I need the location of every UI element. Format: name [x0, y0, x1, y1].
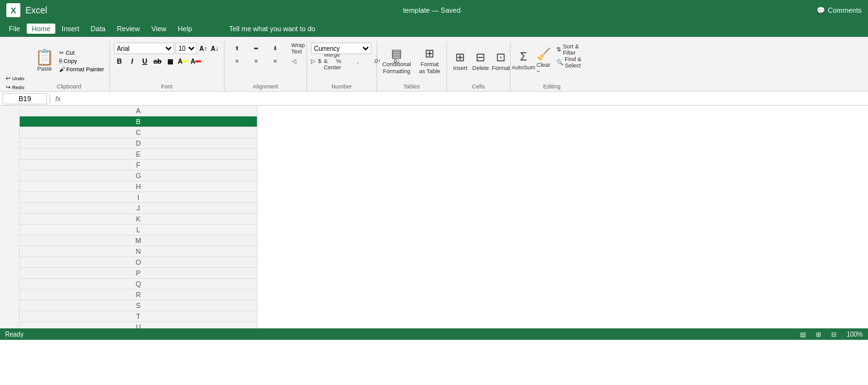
formula-bar: fx	[0, 92, 868, 106]
view-page-break[interactable]: ⊟	[831, 331, 836, 338]
format-as-table-button[interactable]: ⊞ Format as Table	[414, 44, 446, 77]
col-header-s[interactable]: S	[20, 300, 258, 311]
formula-input[interactable]	[66, 93, 865, 104]
fill-color-button[interactable]: A	[177, 55, 189, 67]
col-header-l[interactable]: L	[20, 225, 258, 235]
col-header-r[interactable]: R	[20, 290, 258, 300]
insert-button[interactable]: ⊞ Insert	[451, 44, 470, 77]
col-header-m[interactable]: M	[20, 235, 258, 246]
col-header-b[interactable]: B	[20, 116, 258, 127]
comments-section[interactable]: 💬 Comments	[816, 6, 862, 15]
col-header-h[interactable]: H	[20, 181, 258, 192]
font-size-select[interactable]: 10	[176, 43, 197, 54]
view-normal[interactable]: ▤	[800, 331, 806, 338]
percent-button[interactable]: %	[330, 55, 348, 67]
menu-home[interactable]: Home	[27, 24, 55, 34]
col-header-c[interactable]: C	[20, 127, 258, 138]
alignment-controls: ⬆ ⬌ ⬇ Wrap Text ≡ ≡ ≡ ◁ ▷ Merge & Center	[228, 43, 303, 67]
align-bottom-button[interactable]: ⬇	[266, 43, 284, 54]
bold-button[interactable]: B	[114, 55, 125, 67]
menu-bar: File Home Insert Data Review View Help T…	[0, 20, 868, 37]
col-header-g[interactable]: G	[20, 171, 258, 181]
copy-button[interactable]: ⎘ Copy	[58, 57, 106, 65]
menu-help[interactable]: Help	[173, 24, 198, 34]
sort-filter-button[interactable]: ⇅ Sort & Filter	[554, 44, 590, 55]
paste-icon: 📋	[35, 50, 54, 65]
menu-view[interactable]: View	[146, 24, 172, 34]
clipboard-label: Clipboard	[32, 83, 106, 91]
font-color-button[interactable]: A	[190, 55, 202, 67]
col-header-k[interactable]: K	[20, 214, 258, 225]
italic-button[interactable]: I	[127, 55, 138, 67]
menu-file[interactable]: File	[4, 24, 25, 34]
col-header-a[interactable]: A	[20, 106, 258, 116]
autosum-icon: Σ	[520, 50, 527, 64]
tables-content: ▤ Conditional Formatting ⊞ Format as Tab…	[381, 43, 446, 77]
wrap-text-button[interactable]: Wrap Text	[289, 43, 307, 54]
excel-icon: X	[6, 3, 20, 17]
align-right-button[interactable]: ≡	[266, 55, 284, 67]
comma-button[interactable]: ,	[349, 55, 367, 67]
menu-insert[interactable]: Insert	[57, 24, 85, 34]
col-header-i[interactable]: I	[20, 192, 258, 203]
increase-font-button[interactable]: A↑	[198, 43, 209, 54]
cell-reference-box[interactable]	[3, 93, 47, 104]
strikethrough-button[interactable]: ab	[152, 55, 163, 67]
number-format-select[interactable]: Currency General Number Percentage	[311, 43, 371, 54]
align-top-button[interactable]: ⬆	[228, 43, 246, 54]
saved-status: Saved	[441, 6, 460, 14]
clipboard-group: 📋 Paste ✂ Cut ⎘ Copy 🖌 Format Painter	[29, 41, 110, 91]
spreadsheet: A B C D E F G H I J K L M N O	[0, 106, 868, 328]
find-icon: 🔍	[556, 59, 563, 66]
font-row2: B I U ab ▦ A A	[114, 55, 220, 67]
align-center-button[interactable]: ≡	[247, 55, 265, 67]
align-left-button[interactable]: ≡	[228, 55, 246, 67]
decrease-indent-button[interactable]: ◁	[286, 55, 303, 67]
menu-tell-me[interactable]: Tell me what you want to do	[224, 24, 320, 34]
decrease-font-button[interactable]: A↓	[210, 43, 220, 54]
col-header-j[interactable]: J	[20, 203, 258, 214]
cells-label: Cells	[451, 83, 506, 91]
clear-button[interactable]: 🧹 Clear ~	[534, 44, 553, 77]
paste-button[interactable]: 📋 Paste	[32, 44, 57, 77]
delete-icon: ⊟	[476, 50, 485, 64]
cut-button[interactable]: ✂ Cut	[58, 49, 106, 57]
delete-button[interactable]: ⊟ Delete	[471, 44, 490, 77]
menu-review[interactable]: Review	[112, 24, 145, 34]
copy-label: Copy	[64, 58, 77, 64]
alignment-row1: ⬆ ⬌ ⬇ Wrap Text	[228, 43, 303, 54]
insert-label: Insert	[453, 65, 467, 71]
format-label: Format	[492, 65, 510, 71]
col-header-d[interactable]: D	[20, 138, 258, 149]
col-header-f[interactable]: F	[20, 160, 258, 171]
column-header-row: A B C D E F G H I J K L M N O	[0, 106, 868, 328]
undo-button[interactable]: ↩ Undo	[4, 74, 26, 82]
autosum-button[interactable]: Σ AutoSum	[514, 44, 533, 77]
dollar-button[interactable]: $	[311, 55, 329, 67]
col-header-t[interactable]: T	[20, 311, 258, 322]
align-middle-button[interactable]: ⬌	[247, 43, 265, 54]
redo-button[interactable]: ↪ Redo	[4, 83, 26, 91]
col-header-q[interactable]: Q	[20, 279, 258, 290]
menu-data[interactable]: Data	[86, 24, 111, 34]
format-button[interactable]: ⊡ Format	[492, 44, 511, 77]
underline-button[interactable]: U	[139, 55, 151, 67]
grid-container[interactable]: A B C D E F G H I J K L M N O	[0, 106, 868, 328]
font-controls: Arial 10 A↑ A↓ B I U ab ▦ A A	[114, 43, 220, 67]
format-painter-button[interactable]: 🖌 Format Painter	[58, 66, 106, 73]
cut-label: Cut	[65, 50, 74, 56]
col-header-n[interactable]: N	[20, 246, 258, 257]
col-header-o[interactable]: O	[20, 257, 258, 268]
view-layout[interactable]: ⊞	[816, 331, 821, 338]
find-select-button[interactable]: 🔍 Find & Select	[554, 57, 590, 68]
col-header-e[interactable]: E	[20, 149, 258, 160]
format-icon: ⊡	[496, 50, 506, 64]
font-name-select[interactable]: Arial	[114, 43, 174, 54]
doc-title-area: template — Saved	[403, 6, 461, 14]
col-header-u[interactable]: U	[20, 322, 258, 328]
conditional-formatting-button[interactable]: ▤ Conditional Formatting	[381, 44, 413, 77]
font-color-icon: A	[191, 58, 195, 65]
col-header-p[interactable]: P	[20, 268, 258, 279]
copy-icon: ⎘	[59, 58, 62, 64]
border-button[interactable]: ▦	[165, 55, 176, 67]
